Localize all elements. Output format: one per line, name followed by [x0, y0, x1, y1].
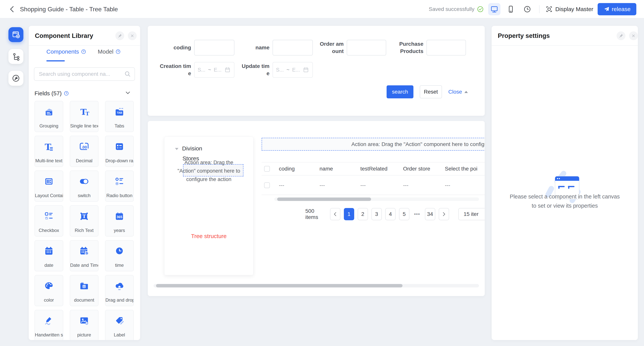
svg-text:365: 365: [116, 215, 122, 219]
drag-drop-icon: [114, 280, 125, 292]
svg-text:?: ?: [117, 50, 119, 53]
back-icon: [8, 5, 16, 13]
library-item-checkbox[interactable]: Checkbox: [34, 205, 63, 237]
page-button-1[interactable]: 1: [344, 208, 354, 220]
library-item-label: Date and Time: [70, 263, 98, 268]
table-cell: ---: [445, 176, 450, 195]
tab-components[interactable]: Components ?: [46, 48, 86, 55]
mobile-preview-button[interactable]: [505, 3, 517, 15]
update-time-range-input[interactable]: S... ~ E...: [272, 62, 313, 78]
library-item-grouping[interactable]: Grouping: [34, 101, 63, 132]
pin-button[interactable]: [116, 31, 124, 40]
page-button-4[interactable]: 4: [385, 208, 396, 220]
library-item-color[interactable]: color: [34, 275, 63, 306]
row-checkbox[interactable]: [264, 176, 270, 195]
pin-button[interactable]: [616, 31, 626, 40]
close-library-button[interactable]: [128, 31, 137, 40]
time-icon: [114, 246, 125, 257]
library-item-label: Label: [106, 332, 134, 338]
close-filter-button[interactable]: Close: [448, 85, 468, 98]
order-amount-input[interactable]: [347, 40, 386, 55]
display-master-button[interactable]: Display Master: [545, 5, 593, 13]
library-item-handwritten-si[interactable]: Handwritten si...: [34, 310, 63, 340]
library-item-layout-contai[interactable]: Layout Contai...: [34, 171, 63, 202]
field-label-order-amount: Order amount: [318, 40, 344, 55]
table-horizontal-scrollbar[interactable]: [274, 197, 479, 201]
library-item-drag-and-drop[interactable]: Drag and drop...: [105, 275, 134, 306]
rail-outline-button[interactable]: [8, 49, 24, 64]
next-page-button[interactable]: [439, 208, 449, 220]
name-input[interactable]: [272, 40, 313, 55]
library-item-time[interactable]: time: [105, 240, 134, 271]
library-item-decimal[interactable]: .00Decimal: [70, 136, 98, 167]
page-size-select[interactable]: 15 iter: [458, 208, 485, 220]
pagination-ellipsis[interactable]: •••: [413, 211, 422, 217]
property-title: Property settings: [498, 26, 550, 46]
library-item-multi-line-text[interactable]: TMulti-line text: [34, 136, 63, 167]
library-item-date[interactable]: date: [34, 240, 63, 271]
page-button-2[interactable]: 2: [358, 208, 368, 220]
rail-tools-button[interactable]: [8, 71, 24, 86]
document-icon: [78, 280, 90, 292]
page-button-5[interactable]: 5: [399, 208, 410, 220]
table-cell: ---: [403, 176, 408, 195]
library-item-radio-button[interactable]: Radio button: [105, 171, 134, 202]
caret-down-icon[interactable]: [175, 148, 178, 150]
pin-icon: [618, 33, 624, 38]
tree-node-division[interactable]: Division: [182, 145, 202, 152]
close-property-button[interactable]: [629, 31, 638, 40]
library-item-tabs[interactable]: TABTabs: [105, 101, 134, 132]
release-button[interactable]: release: [598, 3, 636, 15]
signature-icon: [43, 315, 54, 326]
search-button[interactable]: search: [386, 85, 414, 98]
table-action-dropzone[interactable]: Action area: Drag the "Action" component…: [262, 138, 485, 151]
library-item-label: Radio button: [106, 193, 134, 198]
column-header: Order store: [403, 163, 430, 175]
chevron-right-icon: [441, 211, 447, 217]
label-icon: [114, 315, 125, 326]
library-item-date-and-time[interactable]: Date and Time: [70, 240, 98, 271]
library-item-single-line-text[interactable]: TTSingle line text: [70, 101, 98, 132]
page-button-3[interactable]: 3: [372, 208, 382, 220]
purchase-products-input[interactable]: [426, 40, 466, 55]
library-title: Component Library: [35, 26, 93, 46]
send-icon: [603, 6, 610, 12]
fields-section-header[interactable]: Fields (57) ?: [34, 89, 134, 98]
library-item-label[interactable]: Label: [105, 310, 134, 340]
table-header-row: codingnametestRelatedOrder storeSelect t…: [262, 162, 485, 175]
empty-state-line2: to set or view its properties: [492, 201, 638, 210]
creation-time-range-input[interactable]: S... ~ E...: [194, 62, 234, 78]
library-item-label: document: [70, 297, 98, 303]
tab-model[interactable]: Model ?: [98, 48, 121, 55]
component-library-panel: Component Library Components ? Model ? F…: [29, 26, 140, 340]
back-button[interactable]: [8, 5, 16, 13]
component-search-input[interactable]: [39, 68, 121, 80]
canvas-horizontal-scrollbar[interactable]: [154, 284, 479, 287]
library-item-document[interactable]: document: [70, 275, 98, 306]
desktop-preview-button[interactable]: [488, 3, 500, 15]
column-header: name: [320, 163, 333, 175]
prev-page-button[interactable]: [330, 208, 340, 220]
scrollbar-thumb[interactable]: [156, 284, 402, 287]
library-item-label: Drop-down ra...: [106, 158, 134, 164]
history-button[interactable]: [521, 3, 534, 15]
property-settings-panel: Property settings Please select a compon…: [492, 26, 638, 340]
table-row[interactable]: ---------------: [262, 176, 485, 195]
svg-text:T: T: [86, 111, 89, 117]
table-action-hint: Action area: Drag the "Action" component…: [351, 141, 485, 147]
library-item-label: switch: [70, 193, 98, 198]
library-item-years[interactable]: 365years: [105, 205, 134, 237]
scrollbar-thumb[interactable]: [277, 197, 371, 201]
filter-form-card: coding name Order amount Purchase Produc…: [148, 26, 485, 116]
range-end-placeholder: E...: [292, 67, 300, 73]
library-item-switch[interactable]: switch: [70, 171, 98, 202]
library-item-drop-down-ra[interactable]: Drop-down ra...: [105, 136, 134, 167]
reset-button[interactable]: Reset: [420, 85, 442, 98]
column-header: testRelated: [360, 163, 388, 175]
rail-components-button[interactable]: [8, 27, 24, 42]
library-item-picture[interactable]: picture: [70, 310, 98, 340]
select-all-checkbox[interactable]: [264, 163, 270, 175]
coding-input[interactable]: [194, 40, 234, 55]
page-button-last[interactable]: 34: [425, 208, 435, 220]
library-item-rich-text[interactable]: TRich Text: [70, 205, 98, 237]
